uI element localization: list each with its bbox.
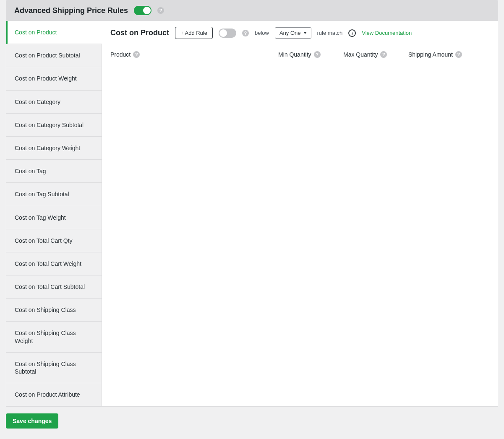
tab-cost-on-category[interactable]: Cost on Category bbox=[6, 91, 102, 114]
column-min-quantity: Min Quantity bbox=[278, 51, 311, 58]
columns-header: Product ? Min Quantity ? Max Quantity ? … bbox=[102, 45, 498, 64]
tab-cost-on-product[interactable]: Cost on Product bbox=[6, 21, 102, 44]
advanced-rules-toggle[interactable] bbox=[134, 6, 151, 15]
below-label: below bbox=[255, 30, 269, 36]
rule-match-select[interactable]: Any One bbox=[275, 27, 311, 39]
tab-cost-on-shipping-class-subtotal[interactable]: Cost on Shipping Class Subtotal bbox=[6, 353, 102, 383]
rule-match-select-value: Any One bbox=[279, 30, 301, 36]
page-header: Advanced Shipping Price Rules ? bbox=[6, 0, 498, 21]
tab-cost-on-category-weight[interactable]: Cost on Category Weight bbox=[6, 137, 102, 160]
tab-cost-on-product-weight[interactable]: Cost on Product Weight bbox=[6, 67, 102, 90]
help-icon[interactable]: ? bbox=[242, 30, 249, 36]
save-changes-button[interactable]: Save changes bbox=[6, 413, 58, 429]
add-rule-button[interactable]: + Add Rule bbox=[175, 27, 213, 39]
help-icon[interactable]: ? bbox=[133, 51, 140, 58]
tab-cost-on-tag[interactable]: Cost on Tag bbox=[6, 160, 102, 183]
chevron-down-icon bbox=[303, 32, 307, 34]
column-shipping-amount: Shipping Amount bbox=[408, 51, 453, 58]
rule-match-toggle[interactable] bbox=[219, 29, 236, 38]
page-title: Advanced Shipping Price Rules bbox=[14, 6, 128, 15]
sidebar-tabs: Cost on Product Cost on Product Subtotal… bbox=[6, 21, 102, 406]
tab-cost-on-total-cart-qty[interactable]: Cost on Total Cart Qty bbox=[6, 229, 102, 252]
footer: Save changes bbox=[6, 407, 498, 429]
tab-cost-on-tag-subtotal[interactable]: Cost on Tag Subtotal bbox=[6, 183, 102, 206]
tab-cost-on-product-subtotal[interactable]: Cost on Product Subtotal bbox=[6, 44, 102, 67]
help-icon[interactable]: ? bbox=[455, 51, 462, 58]
tab-cost-on-shipping-class[interactable]: Cost on Shipping Class bbox=[6, 299, 102, 322]
tab-cost-on-total-cart-subtotal[interactable]: Cost on Total Cart Subtotal bbox=[6, 275, 102, 299]
column-max-quantity: Max Quantity bbox=[343, 51, 378, 58]
tab-cost-on-total-cart-weight[interactable]: Cost on Total Cart Weight bbox=[6, 252, 102, 275]
main-panel: Cost on Product + Add Rule ? below Any O… bbox=[102, 21, 498, 406]
column-product: Product bbox=[110, 51, 131, 58]
panel-title: Cost on Product bbox=[110, 29, 169, 37]
tab-cost-on-product-attribute[interactable]: Cost on Product Attribute bbox=[6, 383, 102, 406]
view-documentation-link[interactable]: View Documentation bbox=[362, 30, 412, 36]
help-icon[interactable]: ? bbox=[157, 7, 164, 14]
rule-match-label: rule match bbox=[317, 30, 343, 36]
tab-cost-on-category-subtotal[interactable]: Cost on Category Subtotal bbox=[6, 114, 102, 137]
help-icon[interactable]: ? bbox=[314, 51, 321, 58]
tab-cost-on-shipping-class-weight[interactable]: Cost on Shipping Class Weight bbox=[6, 322, 102, 352]
help-icon[interactable]: ? bbox=[380, 51, 387, 58]
panel-header: Cost on Product + Add Rule ? below Any O… bbox=[102, 21, 498, 45]
info-icon[interactable]: i bbox=[348, 29, 356, 37]
tab-cost-on-tag-weight[interactable]: Cost on Tag Weight bbox=[6, 206, 102, 229]
